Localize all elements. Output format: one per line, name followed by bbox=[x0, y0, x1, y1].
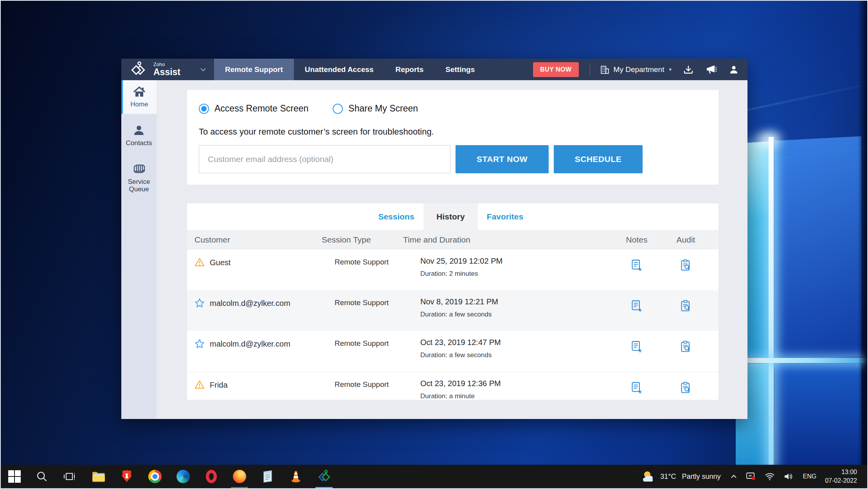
search-icon[interactable] bbox=[28, 465, 56, 488]
sidebar-item-contacts[interactable]: Contacts bbox=[121, 119, 157, 153]
table-row: Frida Remote Support Oct 23, 2019 12:36 … bbox=[187, 372, 719, 400]
language-indicator[interactable]: ENG bbox=[798, 473, 821, 480]
notepad-icon[interactable] bbox=[254, 465, 282, 488]
nav-tab-settings[interactable]: Settings bbox=[434, 59, 486, 80]
main-content: Access Remote Screen Share My Screen To … bbox=[157, 80, 747, 419]
column-header-customer: Customer bbox=[194, 235, 322, 244]
file-explorer-icon[interactable] bbox=[85, 465, 113, 488]
history-table-header: Customer Session Type Time and Duration … bbox=[187, 230, 719, 250]
tab-favorites[interactable]: Favorites bbox=[478, 203, 532, 230]
favorite-star-icon[interactable] bbox=[194, 298, 205, 308]
session-duration: Duration: 2 minutes bbox=[420, 270, 611, 278]
view-audit-icon[interactable] bbox=[680, 381, 692, 400]
screen-mode-radios: Access Remote Screen Share My Screen bbox=[199, 103, 707, 114]
chevron-up-icon[interactable] bbox=[726, 465, 742, 488]
customer-name: Frida bbox=[210, 379, 228, 390]
session-duration: Duration: a minute bbox=[420, 392, 611, 400]
time-cell: Nov 8, 2019 12:21 PM Duration: a few sec… bbox=[403, 290, 611, 331]
customer-cell: Frida bbox=[194, 372, 322, 400]
nav-tab-reports[interactable]: Reports bbox=[384, 59, 434, 80]
sidebar-item-label: Service Queue bbox=[122, 178, 156, 193]
tab-sessions[interactable]: Sessions bbox=[369, 203, 423, 230]
add-notes-icon[interactable] bbox=[631, 300, 643, 331]
nav-tab-remote-support[interactable]: Remote Support bbox=[214, 59, 294, 80]
favorite-star-icon[interactable] bbox=[194, 339, 205, 349]
view-audit-icon[interactable] bbox=[680, 300, 692, 331]
account-icon[interactable] bbox=[729, 65, 739, 75]
app-logo[interactable]: Zoho Assist bbox=[121, 59, 186, 80]
nav-right-cluster: BUY NOW My Department ▾ bbox=[533, 59, 747, 80]
taskbar-tray: 31°C Partly sunny bbox=[636, 465, 867, 488]
table-row: Guest Remote Support Nov 25, 2019 12:02 … bbox=[187, 250, 719, 290]
remote-access-panel: Access Remote Screen Share My Screen To … bbox=[187, 90, 719, 185]
weather-widget[interactable]: 31°C Partly sunny bbox=[636, 465, 726, 488]
sidebar-item-label: Contacts bbox=[126, 139, 152, 147]
session-type: Remote Support bbox=[322, 250, 403, 290]
tab-history[interactable]: History bbox=[423, 203, 478, 230]
wallpaper-glow bbox=[756, 134, 780, 146]
warning-icon bbox=[194, 380, 205, 389]
sidebar: Home Contacts Service Queue bbox=[121, 80, 157, 419]
customer-cell: malcolm.d@zylker.com bbox=[194, 331, 322, 372]
wallpaper-window-pane bbox=[774, 136, 861, 361]
screen-share-icon[interactable] bbox=[742, 465, 760, 488]
share-my-screen-radio[interactable]: Share My Screen bbox=[333, 103, 418, 114]
chrome-icon[interactable] bbox=[141, 465, 169, 488]
sidebar-item-home[interactable]: Home bbox=[121, 80, 157, 114]
zoho-assist-icon[interactable] bbox=[310, 465, 338, 488]
notes-cell bbox=[611, 290, 662, 331]
brand-zoho: Zoho bbox=[153, 62, 180, 67]
view-audit-icon[interactable] bbox=[680, 259, 692, 290]
nav-tab-unattended-access[interactable]: Unattended Access bbox=[294, 59, 385, 80]
clock-widget[interactable]: 13:00 07-02-2022 bbox=[821, 468, 861, 485]
edge-icon[interactable] bbox=[169, 465, 197, 488]
firefox-icon[interactable] bbox=[225, 465, 254, 488]
wallpaper-window-pane bbox=[774, 363, 861, 466]
sidebar-item-service-queue[interactable]: Service Queue bbox=[121, 157, 157, 199]
opera-icon[interactable] bbox=[197, 465, 225, 488]
notes-cell bbox=[611, 331, 662, 372]
session-duration: Duration: a few seconds bbox=[420, 351, 611, 359]
view-audit-icon[interactable] bbox=[680, 340, 692, 372]
session-time: Oct 23, 2019 12:36 PM bbox=[420, 379, 611, 388]
announcement-icon[interactable] bbox=[705, 64, 717, 75]
start-icon[interactable] bbox=[1, 465, 28, 488]
radio-unselected-icon[interactable] bbox=[333, 104, 343, 114]
buy-now-button[interactable]: BUY NOW bbox=[533, 62, 579, 77]
add-notes-icon[interactable] bbox=[631, 259, 643, 290]
taskbar-apps bbox=[85, 465, 338, 488]
radio-label: Access Remote Screen bbox=[214, 103, 308, 114]
brave-icon[interactable] bbox=[113, 465, 141, 488]
service-queue-icon bbox=[132, 163, 146, 175]
start-now-button[interactable]: START NOW bbox=[456, 145, 549, 173]
session-duration: Duration: a few seconds bbox=[420, 311, 611, 318]
radio-selected-icon[interactable] bbox=[199, 104, 209, 114]
task-view-icon[interactable] bbox=[56, 465, 83, 488]
table-row: malcolm.d@zylker.com Remote Support Oct … bbox=[187, 331, 719, 372]
app-brand-text: Zoho Assist bbox=[153, 62, 180, 77]
access-remote-screen-radio[interactable]: Access Remote Screen bbox=[199, 103, 308, 114]
customer-name: Guest bbox=[210, 257, 231, 267]
customer-email-input[interactable] bbox=[199, 145, 450, 173]
vlc-icon[interactable] bbox=[282, 465, 310, 488]
desktop-screen: Zoho Assist Remote Support Unattended Ac… bbox=[0, 0, 868, 489]
brand-assist: Assist bbox=[153, 68, 180, 77]
department-label: My Department bbox=[614, 65, 665, 74]
download-icon[interactable] bbox=[683, 65, 693, 75]
audit-cell bbox=[662, 290, 710, 331]
sidebar-item-label: Home bbox=[130, 101, 148, 108]
department-selector[interactable]: My Department ▾ bbox=[600, 65, 672, 75]
add-notes-icon[interactable] bbox=[631, 381, 643, 400]
table-row: malcolm.d@zylker.com Remote Support Nov … bbox=[187, 290, 719, 331]
audit-cell bbox=[662, 331, 710, 372]
app-switcher-chevron-down-icon[interactable] bbox=[200, 59, 206, 80]
add-notes-icon[interactable] bbox=[631, 340, 643, 372]
windows-taskbar: 31°C Partly sunny bbox=[1, 465, 867, 488]
volume-icon[interactable] bbox=[779, 465, 798, 488]
audit-cell bbox=[662, 372, 710, 400]
warning-icon bbox=[194, 257, 205, 267]
schedule-button[interactable]: SCHEDULE bbox=[554, 145, 643, 173]
sessions-tab-bar: Sessions History Favorites bbox=[187, 203, 719, 230]
taskbar-left bbox=[1, 465, 83, 488]
wifi-icon[interactable] bbox=[760, 465, 779, 488]
